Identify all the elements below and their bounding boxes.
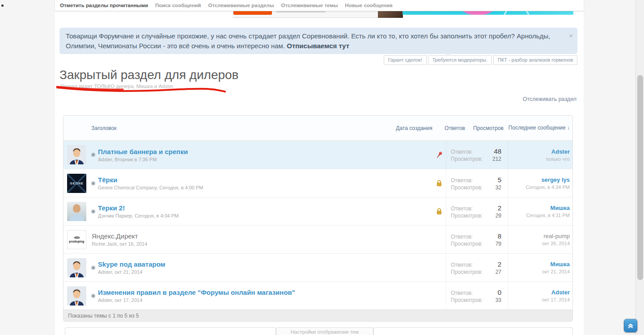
bottom-panel-left	[65, 327, 276, 335]
thread-last-message: Мишка Сегодня, в 4:11 PM	[508, 197, 572, 225]
screen-artifact-dot	[1, 4, 4, 7]
top-navbar: Отметить разделы прочитанными Поиск сооб…	[55, 0, 584, 11]
nav-mark-read[interactable]: Отметить разделы прочитанными	[60, 3, 148, 8]
views-count: 27	[496, 269, 501, 275]
last-post-time: только что	[512, 156, 570, 162]
replies-label: Ответов:	[451, 149, 473, 155]
last-post-time: окт 26, 2014	[512, 241, 570, 246]
avatar[interactable]	[67, 258, 86, 277]
thread-main: GEONE Тёрки Geone Chemical Company, Сего…	[64, 169, 432, 197]
thread-byline: Richie Jack, окт 16, 2014	[92, 241, 147, 247]
replies-count: 2	[498, 204, 501, 212]
scrollbar-track[interactable]	[636, 0, 644, 335]
tab-guarantor[interactable]: Гарант сделок!	[384, 55, 427, 65]
bottom-panel-right	[373, 327, 573, 335]
thread-main: Изменения правил в разделе "Форумы онлай…	[64, 282, 432, 310]
avatar[interactable]: prodoping	[67, 230, 86, 249]
thread-byline: Adster, Вторник в 7:36 PM	[98, 157, 188, 162]
thread-flags	[432, 169, 446, 197]
thread-main: Skype под аватаром Adster, окт 21, 2014	[64, 254, 432, 281]
status-dot-icon	[92, 210, 95, 213]
prodoping-logo-figure	[74, 236, 80, 239]
views-label: Просмотров:	[451, 156, 483, 162]
avatar[interactable]	[67, 202, 86, 221]
thread-title-link[interactable]: Терки 2!	[98, 204, 178, 212]
thread-flags	[432, 141, 446, 169]
nav-watched-forums[interactable]: Отслеживаемые разделы	[208, 3, 274, 8]
avatar[interactable]: GEONE	[67, 174, 86, 193]
last-poster-link[interactable]: sergey lys	[512, 176, 570, 183]
thread-stats: Ответов:48 Просмотров:212	[446, 141, 508, 169]
thread-flags	[432, 197, 446, 225]
forum-content-column: Отметить разделы прочитанными Поиск сооб…	[55, 0, 584, 335]
header-last-message[interactable]: Последнее сообщение ↓	[508, 125, 572, 131]
nav-watched-threads[interactable]: Отслеживаемые темы	[281, 3, 338, 8]
views-label: Просмотров:	[451, 269, 483, 275]
tab-moderators-needed[interactable]: Требуются модераторы.	[428, 55, 492, 65]
thread-text: Тёрки Geone Chemical Company, Сегодня, в…	[98, 176, 203, 190]
last-poster-link[interactable]: Adster	[512, 148, 570, 155]
views-label: Просмотров:	[451, 213, 483, 219]
thread-flags	[432, 254, 446, 281]
last-poster-link[interactable]: real-pump	[512, 233, 570, 239]
status-dot-icon	[92, 182, 95, 185]
thread-title-link[interactable]: Изменения правил в разделе "Форумы онлай…	[98, 289, 295, 296]
views-count: 29	[496, 213, 501, 219]
thread-text: Платные баннера и срепки Adster, Вторник…	[98, 148, 188, 162]
replies-label: Ответов:	[451, 177, 473, 184]
views-count: 79	[496, 241, 501, 247]
tab-pkt-analysis[interactable]: ПКТ - разбор анализов гормонов	[493, 55, 577, 65]
status-dot-icon	[92, 294, 95, 297]
thread-flags	[432, 226, 446, 253]
thread-last-message: sergey lys Сегодня, в 4:34 PM	[508, 169, 572, 197]
thread-stats: Ответов:0 Просмотров:33	[446, 282, 508, 310]
thread-title-link[interactable]: Тёрки	[98, 176, 203, 184]
replies-count: 2	[498, 260, 501, 268]
notice-unsubscribe-link[interactable]: Отписываемся тут	[287, 42, 349, 50]
display-options-tab[interactable]: Настройки отображения тем	[276, 327, 373, 335]
thread-last-message: Мишка окт 21, 2014	[508, 254, 572, 281]
thread-row: GEONE Тёрки Geone Chemical Company, Сего…	[64, 169, 572, 197]
last-post-time: Сегодня, в 4:11 PM	[512, 213, 570, 218]
views-count: 32	[496, 184, 501, 191]
quick-tabs-bar: Гарант сделок! Требуются модераторы. ПКТ…	[384, 55, 577, 65]
last-poster-link[interactable]: Adster	[512, 289, 570, 296]
nav-new-posts[interactable]: Новые сообщения	[345, 3, 393, 8]
thread-list-header: Заголовок Дата создания Ответов Просмотр…	[64, 116, 572, 141]
status-dot-icon	[92, 266, 95, 269]
views-count: 33	[496, 297, 501, 303]
avatar[interactable]	[67, 145, 86, 164]
header-date-created[interactable]: Дата создания	[388, 125, 441, 131]
thread-stats: Ответов:5 Просмотров:32	[446, 169, 508, 197]
replies-label: Ответов:	[451, 234, 473, 240]
replies-label: Ответов:	[451, 262, 473, 268]
thread-text: Яндекс.Директ Richie Jack, окт 16, 2014	[92, 232, 147, 247]
page-background: Отметить разделы прочитанными Поиск сооб…	[0, 0, 644, 335]
thread-title-link[interactable]: Платные баннера и срепки	[98, 148, 188, 155]
views-label: Просмотров:	[451, 241, 483, 247]
last-poster-link[interactable]: Мишка	[512, 205, 570, 211]
thread-text: Изменения правил в разделе "Форумы онлай…	[98, 289, 295, 303]
thread-title-link[interactable]: Яндекс.Директ	[92, 232, 147, 240]
header-title[interactable]: Заголовок	[64, 125, 388, 131]
nav-search-posts[interactable]: Поиск сообщений	[155, 3, 201, 8]
scrollbar-thumb[interactable]	[637, 75, 643, 280]
avatar-logo-text: GEONE	[70, 182, 83, 185]
lock-icon	[436, 180, 442, 187]
avatar[interactable]	[67, 286, 86, 306]
sort-arrow-icon: ↓	[567, 125, 570, 131]
pin-icon	[436, 151, 443, 159]
last-post-time: окт 17, 2014	[512, 297, 570, 302]
close-icon[interactable]: ×	[569, 33, 573, 38]
thread-main: prodoping Яндекс.Директ Richie Jack, окт…	[64, 226, 432, 253]
thread-byline: Дэнчик Паркер, Сегодня, в 4:04 PM	[98, 213, 178, 218]
scroll-to-top-button[interactable]	[624, 319, 637, 332]
last-poster-link[interactable]: Мишка	[512, 261, 570, 268]
thread-title-link[interactable]: Skype под аватаром	[98, 260, 165, 268]
last-post-time: окт 21, 2014	[512, 269, 570, 274]
thread-row: Терки 2! Дэнчик Паркер, Сегодня, в 4:04 …	[64, 197, 572, 225]
header-views[interactable]: Просмотров	[469, 125, 508, 131]
thread-last-message: Adster только что	[508, 141, 572, 169]
header-replies[interactable]: Ответов	[441, 125, 469, 131]
watch-forum-link[interactable]: Отслеживать раздел	[523, 96, 576, 102]
